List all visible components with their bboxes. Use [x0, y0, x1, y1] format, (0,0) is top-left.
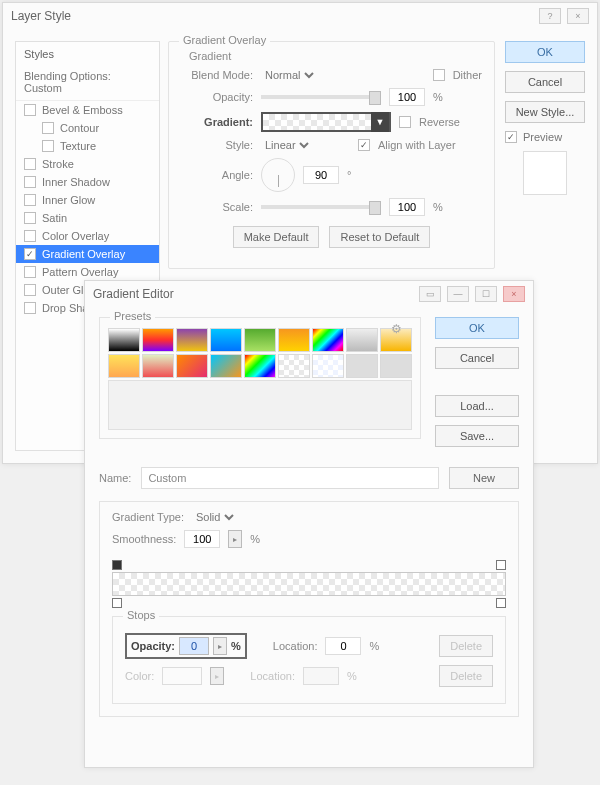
style-item-satin[interactable]: Satin [16, 209, 159, 227]
color-stops-track[interactable] [112, 596, 506, 610]
ge-load-button[interactable]: Load... [435, 395, 519, 417]
reverse-label: Reverse [419, 116, 460, 128]
ge-new-button[interactable]: New [449, 467, 519, 489]
align-checkbox[interactable] [358, 139, 370, 151]
color-stop-left[interactable] [112, 598, 122, 608]
preset-swatch-12[interactable] [210, 354, 242, 378]
reverse-checkbox[interactable] [399, 116, 411, 128]
ge-save-button[interactable]: Save... [435, 425, 519, 447]
opacity-stops-track[interactable] [112, 558, 506, 572]
style-item-contour[interactable]: Contour [16, 119, 159, 137]
gradient-picker[interactable]: ▼ [261, 112, 391, 132]
preset-swatch-3[interactable] [210, 328, 242, 352]
opacity-stop-right[interactable] [496, 560, 506, 570]
new-style-button[interactable]: New Style... [505, 101, 585, 123]
gradient-type-select[interactable]: Solid [192, 510, 237, 524]
style-item-label: Stroke [42, 158, 74, 170]
preset-swatch-2[interactable] [176, 328, 208, 352]
make-default-button[interactable]: Make Default [233, 226, 320, 248]
presets-scroll-area[interactable] [108, 380, 412, 430]
preset-swatch-16[interactable] [346, 354, 378, 378]
style-checkbox[interactable] [42, 122, 54, 134]
style-item-stroke[interactable]: Stroke [16, 155, 159, 173]
style-checkbox[interactable] [24, 194, 36, 206]
cancel-button[interactable]: Cancel [505, 71, 585, 93]
stop-location-input[interactable] [325, 637, 361, 655]
blend-mode-select[interactable]: Normal [261, 68, 317, 82]
style-checkbox[interactable] [24, 266, 36, 278]
stop-opacity-spinner[interactable]: ▸ [213, 637, 227, 655]
ok-button[interactable]: OK [505, 41, 585, 63]
style-checkbox[interactable] [24, 158, 36, 170]
dither-checkbox[interactable] [433, 69, 445, 81]
close-icon[interactable]: × [503, 286, 525, 302]
preset-swatch-14[interactable] [278, 354, 310, 378]
layer-style-buttons: OK Cancel New Style... Preview [505, 41, 585, 195]
opacity-stop-left[interactable] [112, 560, 122, 570]
preset-swatch-13[interactable] [244, 354, 276, 378]
stop-opacity-input[interactable] [179, 637, 209, 655]
style-item-inner-glow[interactable]: Inner Glow [16, 191, 159, 209]
style-item-gradient-overlay[interactable]: Gradient Overlay [16, 245, 159, 263]
style-checkbox[interactable] [24, 104, 36, 116]
style-checkbox[interactable] [24, 284, 36, 296]
gradient-bar[interactable] [112, 572, 506, 596]
framework-icon[interactable]: ▭ [419, 286, 441, 302]
stops-group: Stops Opacity: ▸ % Location: % Delete [112, 616, 506, 704]
style-item-label: Pattern Overlay [42, 266, 118, 278]
preset-swatch-6[interactable] [312, 328, 344, 352]
stop-opacity-delete-button[interactable]: Delete [439, 635, 493, 657]
style-checkbox[interactable] [24, 302, 36, 314]
style-item-bevel-emboss[interactable]: Bevel & Emboss [16, 101, 159, 119]
style-checkbox[interactable] [24, 212, 36, 224]
opacity-slider[interactable] [261, 95, 381, 99]
preset-swatch-10[interactable] [142, 354, 174, 378]
minimize-icon[interactable]: — [447, 286, 469, 302]
scale-slider[interactable] [261, 205, 381, 209]
style-checkbox[interactable] [24, 248, 36, 260]
opacity-input[interactable] [389, 88, 425, 106]
smoothness-spinner[interactable]: ▸ [228, 530, 242, 548]
close-icon[interactable]: × [567, 8, 589, 24]
stop-opacity-unit: % [231, 640, 241, 652]
preview-checkbox[interactable] [505, 131, 517, 143]
gradient-type-label: Gradient Type: [112, 511, 184, 523]
blending-options-header[interactable]: Blending Options: Custom [16, 66, 159, 101]
style-checkbox[interactable] [42, 140, 54, 152]
maximize-icon[interactable]: ☐ [475, 286, 497, 302]
style-item-label: Inner Shadow [42, 176, 110, 188]
stop-color-label: Color: [125, 670, 154, 682]
style-checkbox[interactable] [24, 230, 36, 242]
scale-input[interactable] [389, 198, 425, 216]
help-icon[interactable]: ? [539, 8, 561, 24]
style-select[interactable]: Linear [261, 138, 312, 152]
ge-ok-button[interactable]: OK [435, 317, 519, 339]
preset-swatch-4[interactable] [244, 328, 276, 352]
style-item-color-overlay[interactable]: Color Overlay [16, 227, 159, 245]
smoothness-label: Smoothness: [112, 533, 176, 545]
preset-swatch-15[interactable] [312, 354, 344, 378]
stop-color-location-label: Location: [250, 670, 295, 682]
reset-default-button[interactable]: Reset to Default [329, 226, 430, 248]
angle-dial[interactable] [261, 158, 295, 192]
preset-swatch-0[interactable] [108, 328, 140, 352]
style-checkbox[interactable] [24, 176, 36, 188]
gear-icon[interactable]: ⚙ [391, 322, 402, 336]
preset-swatch-5[interactable] [278, 328, 310, 352]
ge-cancel-button[interactable]: Cancel [435, 347, 519, 369]
presets-label: Presets [110, 310, 155, 322]
preset-swatch-7[interactable] [346, 328, 378, 352]
preset-swatch-17[interactable] [380, 354, 412, 378]
preset-swatch-9[interactable] [108, 354, 140, 378]
style-item-inner-shadow[interactable]: Inner Shadow [16, 173, 159, 191]
name-input[interactable] [141, 467, 439, 489]
chevron-down-icon[interactable]: ▼ [371, 112, 389, 132]
preset-swatch-11[interactable] [176, 354, 208, 378]
preset-swatch-1[interactable] [142, 328, 174, 352]
style-item-texture[interactable]: Texture [16, 137, 159, 155]
color-stop-right[interactable] [496, 598, 506, 608]
style-item-pattern-overlay[interactable]: Pattern Overlay [16, 263, 159, 281]
smoothness-input[interactable] [184, 530, 220, 548]
angle-input[interactable] [303, 166, 339, 184]
preview-label: Preview [523, 131, 562, 143]
